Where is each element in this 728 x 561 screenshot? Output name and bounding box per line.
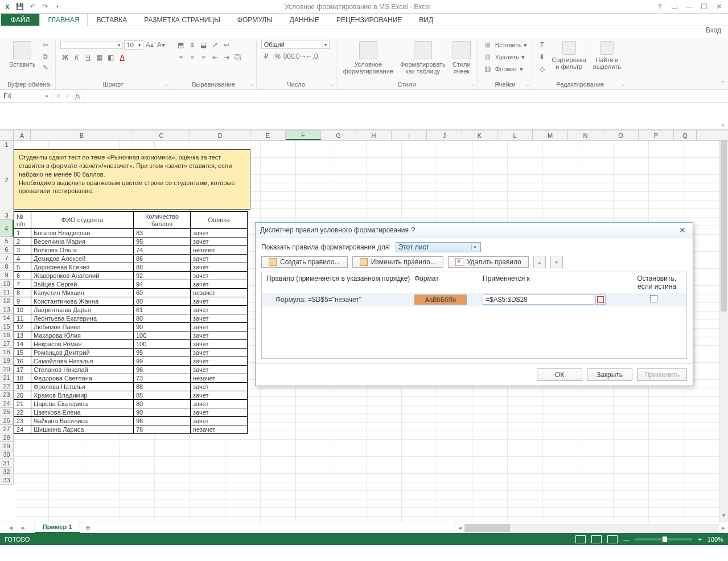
cell[interactable]: зачет <box>191 280 248 289</box>
row-header[interactable]: 5 <box>0 237 14 245</box>
table-row[interactable]: 13Макарова Юлия100зачет <box>14 331 248 340</box>
cell[interactable]: зачет <box>191 314 248 323</box>
align-center-icon[interactable]: ≡ <box>187 52 198 63</box>
italic-icon[interactable]: К <box>72 52 82 63</box>
cell[interactable]: 80 <box>134 314 191 323</box>
cell[interactable]: 94 <box>134 280 191 289</box>
table-row[interactable]: 10Лаврентьева Дарья81зачет <box>14 306 248 314</box>
clear-icon[interactable]: ◇ <box>537 64 547 74</box>
table-row[interactable]: 9Константинова Жанна80зачет <box>14 297 248 306</box>
table-row[interactable]: 18Федорова Светлана73незачет <box>14 374 248 383</box>
new-rule-button[interactable]: Создать правило... <box>261 256 348 268</box>
table-row[interactable]: 16Самойлова Наталья99зачет <box>14 357 248 366</box>
row-header[interactable]: 20 <box>0 365 14 374</box>
find-select-button[interactable]: Найти и выделить <box>591 40 623 71</box>
row-header[interactable]: 6 <box>0 245 14 254</box>
fill-icon[interactable]: ⬇ <box>537 52 547 62</box>
delete-cells-button[interactable]: ⊟Удалить ▾ <box>483 52 525 62</box>
col-header[interactable]: C <box>133 130 190 140</box>
insert-cells-button[interactable]: ⊞Вставить ▾ <box>483 40 528 50</box>
row-header[interactable]: 28 <box>0 433 14 442</box>
cell[interactable]: 86 <box>134 255 191 263</box>
cell[interactable]: зачет <box>191 323 248 331</box>
cell[interactable]: Демидов Алексей <box>31 255 134 263</box>
edit-rule-button[interactable]: Изменить правило... <box>352 256 443 268</box>
format-painter-icon[interactable]: ✎ <box>40 63 51 73</box>
row-header[interactable]: 30 <box>0 451 14 459</box>
view-normal-icon[interactable] <box>575 535 586 543</box>
apply-button[interactable]: Применить <box>637 368 687 381</box>
cell[interactable]: 2 <box>14 237 31 246</box>
row-header[interactable]: 23 <box>0 391 14 399</box>
row-header[interactable]: 2 <box>0 149 14 211</box>
cell[interactable]: 9 <box>14 297 31 306</box>
cell[interactable]: 5 <box>14 263 31 272</box>
qat-customize-icon[interactable]: ▾ <box>52 2 63 12</box>
dialog-titlebar[interactable]: Диспетчер правил условного форматировани… <box>256 223 693 237</box>
collapse-ribbon-icon[interactable]: ˄ <box>721 80 725 88</box>
col-header[interactable]: F <box>286 130 321 140</box>
cell[interactable]: зачет <box>191 229 248 237</box>
sheet-tab-active[interactable]: Пример 1 <box>35 522 81 533</box>
cell[interactable]: зачет <box>191 417 248 425</box>
row-header[interactable]: 8 <box>0 263 14 271</box>
cell[interactable]: зачет <box>191 297 248 306</box>
cut-icon[interactable]: ✂ <box>40 40 51 50</box>
cell[interactable]: зачет <box>191 255 248 263</box>
font-size-combo[interactable]: 10▾ <box>124 40 143 50</box>
shrink-font-icon[interactable]: A▾ <box>156 40 166 50</box>
col-header[interactable]: N <box>568 130 603 140</box>
conditional-formatting-button[interactable]: Условное форматирование <box>341 40 396 76</box>
row-header[interactable]: 16 <box>0 331 14 339</box>
table-row[interactable]: 2Веселкина Мария95зачет <box>14 237 248 246</box>
h-scroll-thumb[interactable] <box>464 524 510 532</box>
row-header[interactable]: 9 <box>0 271 14 280</box>
cell[interactable]: 81 <box>134 306 191 314</box>
scope-combo[interactable]: Этот лист▾ <box>396 242 481 252</box>
cell[interactable]: Шишкина Лариса <box>31 425 134 434</box>
cell[interactable]: Зайцев Сергей <box>31 280 134 289</box>
cell[interactable]: 78 <box>134 425 191 434</box>
zoom-level[interactable]: 100% <box>708 536 723 543</box>
cell[interactable]: Константинова Жанна <box>31 297 134 306</box>
cell[interactable]: 24 <box>14 425 31 434</box>
cell[interactable]: 3 <box>14 246 31 255</box>
increase-indent-icon[interactable]: ⇥ <box>221 52 232 63</box>
row-header[interactable]: 17 <box>0 339 14 348</box>
cell[interactable]: Лаврентьева Дарья <box>31 306 134 314</box>
table-row[interactable]: 11Леонтьева Екатерина80зачет <box>14 314 248 323</box>
cell[interactable]: Веселкина Мария <box>31 237 134 246</box>
rule-row[interactable]: Формула: =$D$5="незачет" АaВbБбЯя =$A$5:… <box>262 293 686 306</box>
cell[interactable]: 12 <box>14 323 31 331</box>
copy-icon[interactable]: ⧉ <box>40 51 51 62</box>
cell[interactable]: 80 <box>134 297 191 306</box>
align-middle-icon[interactable]: ≡ <box>187 40 198 50</box>
cell[interactable]: 20 <box>14 391 31 400</box>
move-rule-up-button[interactable]: ▲ <box>533 256 546 268</box>
cell[interactable]: 23 <box>14 417 31 425</box>
cell[interactable]: зачет <box>191 349 248 357</box>
cell[interactable]: 6 <box>14 272 31 280</box>
cell[interactable]: Фролова Наталья <box>31 383 134 391</box>
cell[interactable]: 18 <box>14 374 31 383</box>
col-header[interactable]: E <box>250 130 286 140</box>
font-name-combo[interactable]: ▾ <box>60 42 123 49</box>
zoom-in-icon[interactable]: + <box>698 536 701 543</box>
applies-to-input[interactable]: =$A$5:$D$28 <box>483 294 594 305</box>
cell[interactable]: зачет <box>191 400 248 408</box>
row-header[interactable]: 15 <box>0 322 14 331</box>
cell[interactable]: 88 <box>134 263 191 272</box>
table-row[interactable]: 23Чайкина Василиса96зачет <box>14 417 248 425</box>
row-header[interactable]: 19 <box>0 357 14 365</box>
fill-color-icon[interactable]: ◧ <box>106 52 116 63</box>
cell[interactable]: незачет <box>191 246 248 255</box>
wrap-text-icon[interactable]: ↩ <box>221 40 232 50</box>
table-row[interactable]: 1Богатов Владислав83зачет <box>14 229 248 237</box>
vertical-scrollbar[interactable]: ▲ ▼ <box>719 141 728 522</box>
cell[interactable]: 80 <box>134 400 191 408</box>
cell[interactable]: зачет <box>191 383 248 391</box>
row-header[interactable]: 24 <box>0 399 14 408</box>
cell[interactable]: 21 <box>14 400 31 408</box>
row-header[interactable]: 21 <box>0 374 14 382</box>
cell[interactable]: 13 <box>14 331 31 340</box>
